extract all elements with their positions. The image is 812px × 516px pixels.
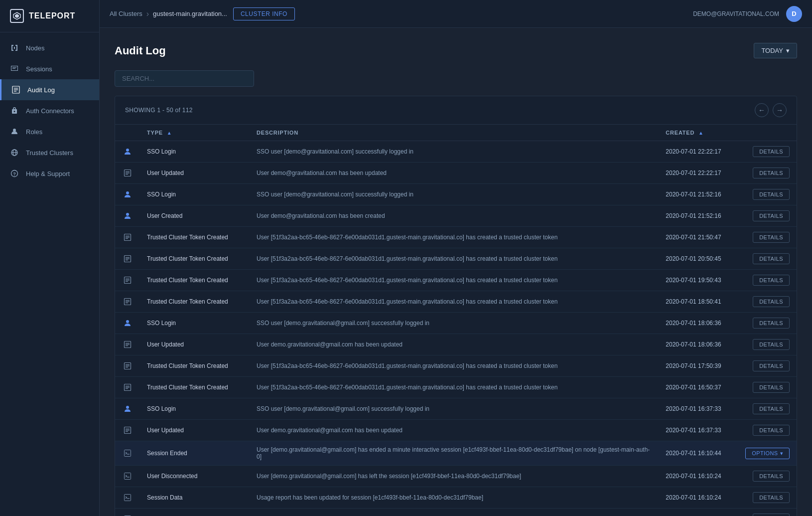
event-description: SSO user [demo@gravitational.com] succes… [257,148,413,155]
event-description: User demo@gravitational.com has been upd… [257,170,387,176]
row-desc-cell: User [51f3a2aa-bc65-46eb-8627-6e00dab031… [250,270,659,291]
sidebar-item-nodes[interactable]: Nodes [0,37,99,58]
table-row: Trusted Cluster Token Created User [51f3… [115,355,797,377]
main-content: Audit Log TODAY ▾ SHOWING 1 - 50 of 112 … [100,28,812,516]
row-desc-cell: User [51f3a2aa-bc65-46eb-8627-6e00dab031… [250,355,659,377]
row-icon-cell [115,334,140,355]
sidebar-item-help-support[interactable]: ? Help & Support [0,163,99,184]
details-button[interactable]: DETAILS [753,339,790,350]
event-created: 2020-07-01 19:50:43 [666,277,721,284]
table-header: TYPE ▲ DESCRIPTION CREATED ▲ [115,125,797,141]
type-sort-icon: ▲ [167,130,172,136]
row-icon-cell [115,205,140,227]
event-type-name: Session Data [147,494,182,501]
row-action-cell: DETAILS [738,398,797,420]
details-button[interactable]: DETAILS [753,210,790,221]
details-button[interactable]: DETAILS [753,492,790,503]
row-action-cell: DETAILS [738,487,797,509]
list-icon [122,339,133,350]
table-row: Trusted Cluster Token Created User [51f3… [115,377,797,398]
details-button[interactable]: DETAILS [753,146,790,157]
row-type-cell: SSO Login [140,313,250,334]
row-action-cell: DETAILS [738,248,797,270]
details-button[interactable]: DETAILS [753,189,790,200]
details-button[interactable]: DETAILS [753,471,790,482]
details-button[interactable]: DETAILS [753,318,790,329]
sidebar-item-roles[interactable]: Roles [0,121,99,142]
table-row: SSO Login SSO user [demo.gravitational@g… [115,398,797,420]
sidebar-item-label-help: Help & Support [26,170,70,177]
search-input[interactable] [115,70,254,87]
options-button[interactable]: OPTIONS ▾ [745,448,790,459]
today-button[interactable]: TODAY ▾ [754,43,797,58]
event-type-name: User Created [147,212,182,219]
details-button[interactable]: DETAILS [753,296,790,307]
col-created[interactable]: CREATED ▲ [659,125,738,141]
table-row: Trusted Cluster Token Created User [51f3… [115,227,797,248]
breadcrumb-all-clusters[interactable]: All Clusters [110,10,142,17]
row-type-cell: User Updated [140,334,250,355]
trusted-clusters-icon [10,148,19,157]
nodes-icon [10,43,19,52]
event-type-name: Trusted Cluster Token Created [147,277,228,284]
svg-rect-53 [125,450,131,457]
details-button[interactable]: DETAILS [753,232,790,243]
event-created: 2020-07-01 20:50:45 [666,255,721,262]
row-icon-cell [115,487,140,509]
row-action-cell: OPTIONS ▾ [738,441,797,466]
topbar: All Clusters › gustest-main.gravitation.… [100,0,812,28]
col-type[interactable]: TYPE ▲ [140,125,250,141]
event-created: 2020-07-01 22:22:17 [666,170,721,176]
table-prev-button[interactable]: ← [755,103,769,117]
event-created: 2020-07-01 16:50:37 [666,384,721,391]
avatar[interactable]: D [786,6,802,22]
event-created: 2020-07-01 21:50:47 [666,234,721,241]
row-created-cell: 2020-07-01 16:50:37 [659,377,738,398]
event-description: User [51f3a2aa-bc65-46eb-8627-6e00dab031… [257,255,557,262]
cluster-info-button[interactable]: CLUSTER INFO [233,7,295,20]
table-row: Trusted Cluster Token Created User [51f3… [115,291,797,313]
event-description: SSO user [demo.gravitational@gmail.com] … [257,405,429,412]
event-created: 2020-07-01 16:10:24 [666,494,721,501]
event-description: Usage report has been updated for sessio… [257,494,483,501]
table-row: User Updated User demo.gravitational@gma… [115,420,797,441]
row-created-cell: 2020-07-01 16:10:24 [659,466,738,487]
row-desc-cell: SSO user [demo@gravitational.com] succes… [250,141,659,163]
row-type-cell: User Updated [140,420,250,441]
details-button[interactable]: DETAILS [753,514,790,516]
audit-icon [11,85,20,94]
sidebar: TELEPORT Nodes Sessions [0,0,100,516]
row-created-cell: 2020-07-01 18:50:41 [659,291,738,313]
details-button[interactable]: DETAILS [753,168,790,178]
details-button[interactable]: DETAILS [753,382,790,393]
row-type-cell: Trusted Cluster Token Created [140,291,250,313]
table-row: User Updated User demo@gravitational.com… [115,163,797,184]
app-name: TELEPORT [29,11,75,20]
row-desc-cell: Usage report has been updated for sessio… [250,487,659,509]
event-description: User demo.gravitational@gmail.com has be… [257,427,403,434]
sidebar-item-sessions[interactable]: Sessions [0,58,99,79]
sidebar-item-label-nodes: Nodes [26,44,45,52]
table-showing-count: SHOWING 1 - 50 of 112 [125,107,193,114]
row-desc-cell: User [51f3a2aa-bc65-46eb-8627-6e00dab031… [250,291,659,313]
details-button[interactable]: DETAILS [753,253,790,264]
table-next-button[interactable]: → [773,103,787,117]
row-action-cell: DETAILS [738,184,797,205]
row-action-cell: DETAILS [738,509,797,516]
details-button[interactable]: DETAILS [753,360,790,371]
row-created-cell: 2020-07-01 18:06:36 [659,313,738,334]
row-created-cell: 2020-07-01 20:50:45 [659,248,738,270]
row-created-cell: 2020-07-01 16:10:21 [659,509,738,516]
details-button[interactable]: DETAILS [753,403,790,414]
sidebar-item-auth-connectors[interactable]: Auth Connectors [0,100,99,121]
sidebar-item-trusted-clusters[interactable]: Trusted Clusters [0,142,99,163]
details-button[interactable]: DETAILS [753,425,790,436]
list-icon [122,296,133,307]
table-row: Session Ended User [demo.gravitational@g… [115,441,797,466]
row-type-cell: User Created [140,205,250,227]
sidebar-item-audit-log[interactable]: Audit Log [0,79,99,100]
sidebar-nav: Nodes Sessions Audit Log [0,32,99,516]
details-button[interactable]: DETAILS [753,275,790,286]
table-body: SSO Login SSO user [demo@gravitational.c… [115,141,797,516]
table-row: SSO Login SSO user [demo@gravitational.c… [115,141,797,163]
